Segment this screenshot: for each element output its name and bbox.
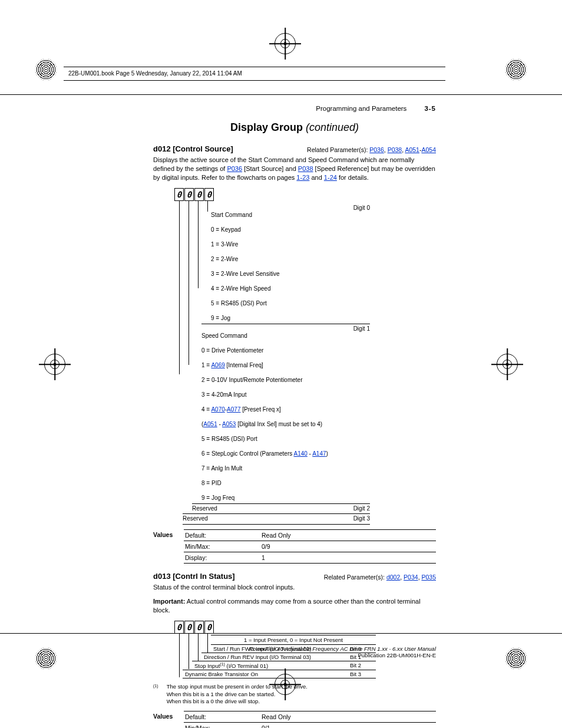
link-a077[interactable]: A077 [227,406,240,413]
link-1-24[interactable]: 1-24 [324,174,337,181]
fn-mark-text: (1) [153,684,158,688]
seg-digit-3: 0 [174,188,184,201]
seg-digit-1: 0 [194,188,204,201]
value-val: 1 [262,554,265,561]
link-p038[interactable]: P038 [388,146,402,153]
digit-breakdown-table: Start Command 0 = Keypad 1 = 3-Wire 2 = … [211,203,370,525]
seven-seg-display: 0 0 0 0 [174,188,363,201]
title-main: Display Group [230,121,303,133]
link-a147[interactable]: A147 [312,450,326,457]
digit0-line: 4 = 2-Wire High Speed [211,285,270,292]
link-p036[interactable]: P036 [227,165,242,172]
bit-text: Stop Input(1) (I/O Terminal 01) [192,661,348,670]
link-a051[interactable]: A051 [405,146,419,153]
d012-description: Displays the active source of the Start … [153,156,436,182]
link-p038[interactable]: P038 [298,165,313,172]
digit1-line: 6 = StepLogic Control (Parameters [201,450,293,457]
page-header: Programming and Parameters 3-5 [153,105,436,112]
digit1-line: 4 = [201,406,211,413]
digit0-line: 2 = 2-Wire [211,256,238,262]
values-label: Values [153,529,179,538]
value-key: Min/Max: [185,543,262,550]
value-key: Min/Max: [185,724,262,728]
value-row: Min/Max:0/9 [184,541,436,552]
digit3-text: Reserved [183,515,208,523]
bit-row: Stop Input(1) (I/O Terminal 01)Bit 2 [192,661,376,670]
link-a054[interactable]: A054 [421,146,436,153]
digit0-line: 1 = 3-Wire [211,241,238,248]
bit-row: Dynamic Brake Transistor OnBit 3 [183,670,376,678]
related-label: Related Parameter(s): [324,574,386,581]
digit1-line: 1 = [201,362,211,368]
seg-digit-0: 0 [204,621,214,634]
value-row: Default:Read Only [184,529,436,541]
book-header-strip: 22B-UM001.book Page 5 Wednesday, January… [64,67,445,81]
value-val: Read Only [262,532,291,539]
digit1-line: 2 = 0-10V Input/Remote Potentiometer [201,377,303,383]
digit1-label: Digit 1 [350,325,370,502]
digit1-line: 8 = PID [201,480,222,486]
digit2-row: Reserved Digit 2 [192,503,370,514]
d013-status-desc: Status of the control terminal block con… [153,583,436,592]
value-row: Display:1 [184,552,436,564]
footer-manual-title: PowerFlex 40 Adjustable Frequency AC Dri… [153,645,436,652]
bit-num: Bit 3 [348,670,376,678]
digit0-label: Digit 0 [350,205,370,322]
d012-values: Values Default:Read Only Min/Max:0/9 Dis… [153,529,436,564]
value-key: Default: [185,713,262,720]
d013-title: d013 [Contrl In Status] [153,572,235,581]
d012-header: d012 [Control Source] Related Parameter(… [153,144,436,153]
link-a070[interactable]: A070 [211,406,224,413]
digit1-row: Speed Command 0 = Drive Potentiometer 1 … [201,324,370,503]
seg-digit-2: 0 [184,188,194,201]
link-1-23[interactable]: 1-23 [296,174,309,181]
link-p035[interactable]: P035 [421,574,436,581]
section-name: Programming and Parameters [316,105,406,112]
desc-text: [Start Source] and [242,165,298,172]
digit1-line: - [217,421,222,427]
digit1-title: Speed Command [201,332,247,339]
link-a051[interactable]: A051 [203,421,217,427]
link-a069[interactable]: A069 [211,362,224,368]
registration-mark-icon [497,354,518,375]
digit1-line: [Internal Freq] [225,362,263,368]
d013-values: Values Default:Read Only Min/Max:0/1 Dis… [153,711,436,728]
value-key: Display: [185,554,262,561]
footnote-mark: (1) [153,683,165,692]
value-row: Min/Max:0/1 [184,722,436,728]
digit1-line: 9 = Jog Freq [201,495,234,501]
crop-mark-icon [505,648,527,669]
link-p034[interactable]: P034 [404,574,418,581]
connector-line [198,201,199,288]
digit1-line: 3 = 4-20mA Input [201,391,246,398]
footnote: (1) The stop input must be present in or… [153,683,436,705]
desc-text: and [309,174,323,181]
footer-publication: Publication 22B-UM001H-EN-E [153,652,436,658]
link-d002[interactable]: d002 [386,574,400,581]
d013-header: d013 [Contrl In Status] Related Paramete… [153,572,436,581]
bit-text-pre: Stop Input [194,663,220,669]
digit0-line: 0 = Keypad [211,226,241,233]
value-val: 0/9 [262,543,270,550]
digit2-label: Digit 2 [350,505,370,513]
value-val: 0/1 [262,724,270,728]
digit1-line: 5 = RS485 (DSI) Port [201,436,257,442]
link-p036[interactable]: P036 [369,146,384,153]
d012-related: Related Parameter(s): P036, P038, A051-A… [307,146,436,153]
important-text: Actual control commands may come from a … [153,598,421,614]
crop-mark-icon [35,648,57,669]
page-footer: PowerFlex 40 Adjustable Frequency AC Dri… [153,645,436,658]
digit1-text: Speed Command 0 = Drive Potentiometer 1 … [201,325,328,502]
bit-num: Bit 2 [348,661,376,670]
digit2-text: Reserved [192,505,217,513]
seg-digit-2: 0 [184,621,194,634]
link-a140[interactable]: A140 [293,450,307,457]
digit1-line: 0 = Drive Potentiometer [201,347,263,354]
digit0-text: Start Command 0 = Keypad 1 = 3-Wire 2 = … [211,205,279,322]
link-a053[interactable]: A053 [222,421,236,427]
connector-line [207,201,208,212]
seg-digit-3: 0 [174,621,184,634]
digit1-line: ) [326,450,328,457]
digit0-title: Start Command [211,212,252,218]
related-label: Related Parameter(s): [307,146,369,153]
